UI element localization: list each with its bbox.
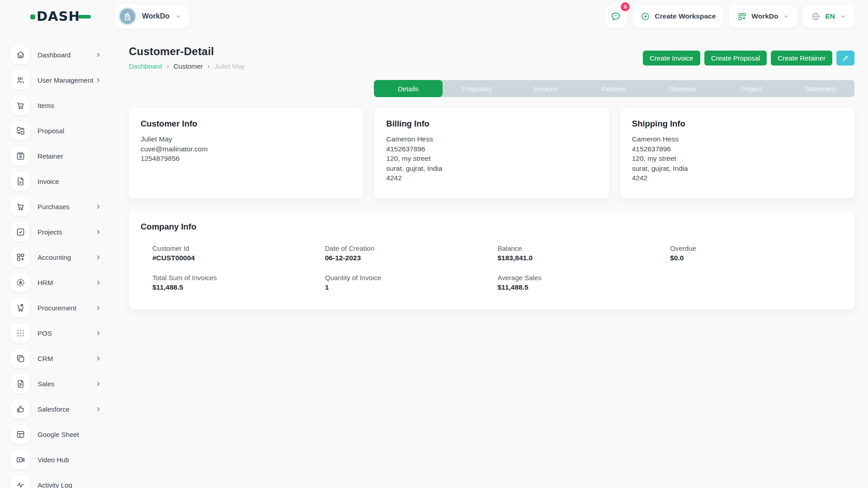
workspace-menu-button[interactable]: WorkDo: [729, 5, 797, 28]
sidebar-item-procurement[interactable]: Procurement: [11, 298, 102, 317]
info-line: 4242: [386, 173, 597, 183]
sidebar-item-items[interactable]: Items: [11, 96, 102, 115]
sidebar-item-label: POS: [38, 329, 95, 337]
stat-average-sales: Average Sales$11,488.5: [498, 274, 670, 291]
sidebar-item-video-hub[interactable]: Video Hub: [11, 450, 102, 469]
sidebar-item-label: Purchases: [38, 203, 95, 211]
stat-label: Customer Id: [152, 244, 325, 252]
sidebar-item-invoice[interactable]: Invoice: [11, 172, 102, 191]
file-icon: [11, 172, 30, 191]
video-icon: [11, 450, 30, 469]
workspace-selector[interactable]: WorkDo: [115, 5, 189, 28]
tab-details[interactable]: Details: [374, 80, 443, 97]
plus-circle-icon: [641, 12, 650, 21]
info-line: Juliet May: [141, 134, 351, 144]
main-content: Customer-Detail Dashboard›Customer›Julie…: [115, 33, 868, 488]
sidebar-item-purchases[interactable]: Purchases: [11, 197, 102, 216]
chevron-right-icon: [95, 254, 102, 261]
stat-total-sum-of-invoices: Total Sum of Invoices$11,488.5: [152, 274, 325, 291]
create-workspace-label: Create Workspace: [655, 12, 716, 20]
topbar: DASH WorkDo 0 Create Workspace WorkDo EN: [0, 0, 868, 33]
chevron-right-icon: [95, 380, 102, 387]
messages-count-badge: 0: [621, 2, 630, 11]
breadcrumb-item-juliet-may: Juliet May: [214, 62, 245, 70]
grid-plus-icon: [11, 248, 30, 267]
page-actions: Create InvoiceCreate ProposalCreate Reta…: [643, 51, 854, 66]
stat-label: Balance: [498, 244, 670, 252]
tab-statement[interactable]: Statement: [786, 80, 854, 97]
stat-date-of-creation: Date of Creation06-12-2023: [325, 244, 498, 262]
breadcrumb-separator: ›: [208, 63, 210, 70]
tab-proposals[interactable]: Proposals: [443, 80, 511, 97]
messages-button[interactable]: 0: [604, 5, 627, 28]
tab-invoices[interactable]: Invoices: [511, 80, 580, 97]
sidebar-item-user-management[interactable]: User Management: [11, 70, 102, 89]
sidebar-item-proposal[interactable]: Proposal: [11, 121, 102, 140]
breadcrumb-item-customer[interactable]: Customer: [174, 62, 203, 70]
stat-value: 1: [325, 283, 498, 291]
floppy-icon: [11, 146, 30, 165]
sidebar-item-pos[interactable]: POS: [11, 324, 102, 343]
sidebar-item-label: Items: [38, 102, 102, 109]
card-title: Shipping Info: [632, 119, 843, 129]
stat-customer-id: Customer Id#CUST00004: [152, 244, 325, 262]
sidebar-item-google-sheet[interactable]: Google Sheet: [11, 425, 102, 444]
breadcrumb-separator: ›: [166, 63, 169, 70]
sidebar-item-label: Google Sheet: [38, 431, 102, 438]
dash-logo: DASH: [30, 9, 91, 24]
logo-text: DASH: [37, 9, 80, 24]
chevron-down-icon: [175, 13, 182, 20]
sidebar-item-accounting[interactable]: Accounting: [11, 248, 102, 267]
sidebar-item-sales[interactable]: Sales: [11, 374, 102, 393]
sidebar-item-dashboard[interactable]: Dashboard: [11, 45, 102, 64]
logo-area: DASH: [0, 9, 115, 24]
chevron-right-icon: [95, 355, 102, 362]
logo-dash-bar: [78, 15, 91, 19]
edit-customer-button[interactable]: [836, 51, 854, 66]
tab-revenue[interactable]: Revenue: [648, 80, 717, 97]
sidebar: DashboardUser ManagementItemsProposalRet…: [0, 33, 115, 488]
info-line: 120, my street: [386, 154, 597, 164]
chevron-right-icon: [95, 77, 102, 84]
chevron-right-icon: [95, 203, 102, 210]
sidebar-item-label: User Management: [38, 76, 95, 84]
sidebar-item-salesforce[interactable]: Salesforce: [11, 399, 102, 418]
shipping-info-card: Shipping InfoCameron Hess4152637896120, …: [620, 108, 854, 198]
sidebar-item-label: Retainer: [38, 152, 102, 160]
cart-icon: [11, 197, 30, 216]
language-selector[interactable]: EN: [803, 5, 854, 28]
sidebar-item-label: Salesforce: [38, 405, 95, 413]
create-retainer-button[interactable]: Create Retainer: [771, 51, 832, 66]
breadcrumb-item-dashboard[interactable]: Dashboard: [129, 62, 162, 70]
tab-retainer[interactable]: Retainer: [580, 80, 649, 97]
stat-label: Quantity of Invoice: [325, 274, 498, 282]
square-check-icon: [11, 222, 30, 241]
cart-flag-icon: [11, 298, 30, 317]
users-icon: [11, 70, 30, 89]
create-workspace-button[interactable]: Create Workspace: [632, 5, 724, 28]
chevron-down-icon: [783, 13, 789, 20]
sidebar-item-activity-log[interactable]: Activity Log: [11, 475, 102, 488]
file-text-icon: [11, 374, 30, 393]
info-cards-row: Customer InfoJuliet Maycuve@mailinator.c…: [129, 108, 854, 198]
create-invoice-button[interactable]: Create Invoice: [643, 51, 700, 66]
stat-label: Date of Creation: [325, 244, 498, 252]
chevron-right-icon: [95, 330, 102, 337]
create-proposal-button[interactable]: Create Proposal: [704, 51, 767, 66]
stat-quantity-of-invoice: Quantity of Invoice1: [325, 274, 498, 291]
stat-value: $0.0: [670, 254, 843, 262]
sidebar-item-hrm[interactable]: HRM: [11, 273, 102, 292]
stat-value: #CUST00004: [152, 254, 325, 262]
home-icon: [11, 45, 30, 64]
info-lines: Cameron Hess4152637896120, my streetsura…: [386, 134, 597, 183]
sidebar-item-crm[interactable]: CRM: [11, 349, 102, 368]
sidebar-item-label: Accounting: [38, 253, 95, 261]
sidebar-item-retainer[interactable]: Retainer: [11, 146, 102, 165]
tabs-row: DetailsProposalsInvoicesRetainerRevenueP…: [129, 80, 854, 97]
sidebar-item-projects[interactable]: Projects: [11, 222, 102, 241]
info-line: Cameron Hess: [386, 134, 597, 144]
stat-label: Total Sum of Invoices: [152, 274, 325, 282]
stat-label: Average Sales: [498, 274, 670, 282]
sidebar-item-label: Dashboard: [38, 51, 95, 59]
tab-project[interactable]: Project: [717, 80, 786, 97]
